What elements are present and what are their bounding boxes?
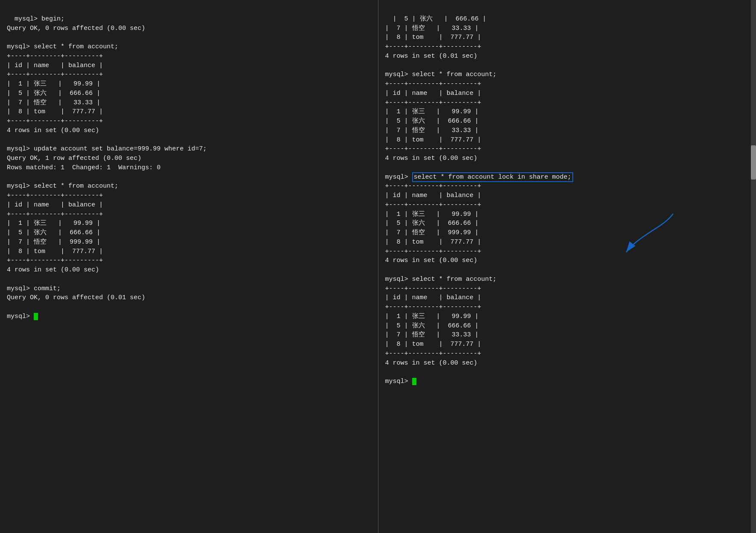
right-terminal-bottom: +----+--------+---------+ | id | name | …	[385, 183, 497, 385]
scrollbar[interactable]	[751, 0, 756, 533]
highlighted-command: select * from account lock in share mode…	[412, 172, 573, 182]
scrollbar-thumb[interactable]	[751, 145, 756, 180]
right-terminal-top: | 5 | 张六 | 666.66 | | 7 | 悟空 | 33.33 | |…	[385, 15, 497, 181]
arrow-annotation	[605, 209, 690, 261]
right-cursor	[412, 378, 416, 385]
left-cursor	[34, 313, 38, 320]
left-terminal-panel: mysql> begin; Query OK, 0 rows affected …	[0, 0, 378, 533]
left-terminal-content: mysql> begin; Query OK, 0 rows affected …	[7, 15, 207, 320]
right-terminal-panel: | 5 | 张六 | 666.66 | | 7 | 悟空 | 33.33 | |…	[378, 0, 756, 533]
